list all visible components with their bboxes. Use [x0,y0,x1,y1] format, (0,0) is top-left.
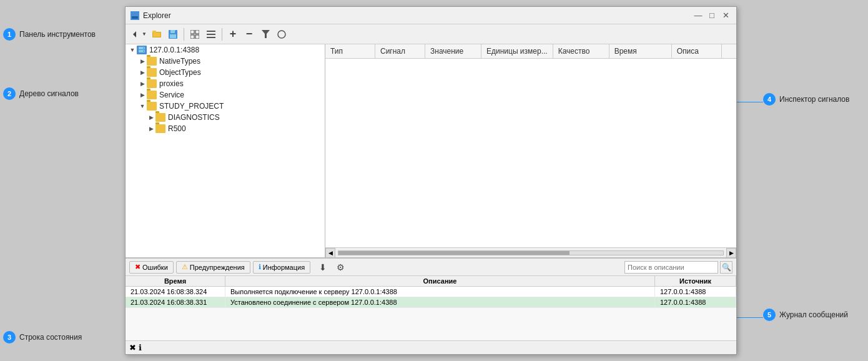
col-header-quality: Качество [553,44,609,58]
tree-toggle-service[interactable]: ▶ [138,91,147,99]
col-header-time: Время [609,44,672,58]
error-icon: ✖ [135,263,141,271]
window-title: Explorer [143,11,171,20]
svg-rect-4 [152,31,156,32]
main-content: ▼ 127.0.0.1:4388 ▶ NativeTypes [126,44,736,257]
search-input[interactable] [624,261,718,274]
svg-marker-2 [133,31,136,37]
navigate-back-button[interactable] [129,27,141,42]
scrollbar-thumb[interactable] [338,251,570,255]
tab-errors-label: Ошибки [142,264,168,271]
titlebar: Explorer — □ ✕ [126,7,736,24]
log-cell-desc-1: Выполняется подключение к серверу 127.0.… [225,287,655,297]
svg-point-22 [143,51,144,52]
tree-item-r500[interactable]: ▶ R500 [126,123,325,134]
tree-toggle-diagnostics[interactable]: ▶ [147,113,155,122]
status-info-icon[interactable]: ℹ [139,343,142,352]
view-grid-button[interactable] [187,27,202,42]
log-row[interactable]: 21.03.2024 16:08:38.324 Выполняется подк… [126,287,736,297]
col-header-type: Тип [325,44,375,58]
filter-button[interactable] [258,27,273,42]
bottom-toolbar: ✖ Ошибки ⚠ Предупреждения ℹ Информация ⬇… [126,259,736,276]
log-col-src: Источник [655,276,736,286]
maximize-button[interactable]: □ [706,11,718,21]
svg-rect-0 [132,12,138,16]
tree-toggle-root[interactable]: ▼ [128,46,137,54]
tree-label-diagnostics: DIAGNOSTICS [168,113,220,122]
app-icon [131,11,139,20]
tab-info-label: Информация [263,264,305,271]
svg-rect-8 [170,34,176,38]
tree-toggle-nativetypes[interactable]: ▶ [138,57,147,66]
tree-item-nativetypes[interactable]: ▶ NativeTypes [126,56,325,67]
annotation-statusbar: 3 Строка состояния [3,331,82,344]
tab-warnings[interactable]: ⚠ Предупреждения [176,261,250,274]
clear-button[interactable] [274,27,289,42]
svg-point-21 [143,47,144,49]
scroll-left-arrow[interactable]: ◀ [325,248,335,258]
svg-rect-14 [207,31,215,32]
server-icon [137,46,147,54]
tree-item-objecttypes[interactable]: ▶ ObjectTypes [126,67,325,78]
log-cell-time-2: 21.03.2024 16:08:38.331 [126,297,225,307]
table-body[interactable] [325,59,736,247]
tree-panel[interactable]: ▼ 127.0.0.1:4388 ▶ NativeTypes [126,44,325,257]
log-table[interactable]: Время Описание Источник 21.03.2024 16:08… [126,276,736,340]
log-settings-button[interactable]: ⚙ [333,260,348,275]
close-button[interactable]: ✕ [720,11,731,21]
save-button[interactable] [165,27,180,42]
tree-item-proxies[interactable]: ▶ proxies [126,78,325,89]
tree-label-r500: R500 [168,124,186,133]
search-button[interactable]: 🔍 [720,261,732,274]
tree-item-diagnostics[interactable]: ▶ DIAGNOSTICS [126,112,325,123]
log-col-time: Время [126,276,225,286]
svg-rect-9 [175,31,176,33]
log-cell-src-2: 127.0.0.1:4388 [655,297,736,307]
scrollbar-track[interactable] [338,250,724,255]
annotation-tree: 2 Дерево сигналов [3,87,79,100]
add-button[interactable]: + [225,27,240,42]
download-button[interactable]: ⬇ [315,260,330,275]
tab-warnings-label: Предупреждения [190,264,245,271]
tree-toggle-r500[interactable]: ▶ [147,124,155,133]
log-cell-src-1: 127.0.0.1:4388 [655,287,736,297]
folder-icon-diagnostics [155,113,165,122]
tab-errors[interactable]: ✖ Ошибки [129,261,174,274]
tree-toggle-study-project[interactable]: ▼ [138,102,147,111]
log-row[interactable]: 21.03.2024 16:08:38.331 Установлено соед… [126,297,736,308]
open-folder-button[interactable] [149,27,164,42]
tab-info[interactable]: ℹ Информация [253,261,310,274]
toolbar-sep-2 [222,28,222,41]
main-window: Explorer — □ ✕ ▼ [125,6,737,355]
view-list-button[interactable] [204,27,219,42]
navigate-back-group: ▼ [129,27,148,42]
svg-rect-12 [190,35,194,39]
log-cell-time-1: 21.03.2024 16:08:38.324 [126,287,225,297]
status-close-icon[interactable]: ✖ [129,343,136,352]
table-scrollbar[interactable]: ◀ ▶ [325,247,736,257]
scroll-right-arrow[interactable]: ▶ [726,248,736,258]
tree-root[interactable]: ▼ 127.0.0.1:4388 [126,44,325,56]
minimize-button[interactable]: — [693,11,704,21]
warning-icon: ⚠ [182,263,188,271]
folder-icon-r500 [155,124,165,133]
remove-button[interactable]: − [242,27,257,42]
tree-item-study-project[interactable]: ▼ STUDY_PROJECT [126,101,325,112]
svg-rect-5 [153,32,160,37]
tree-item-service[interactable]: ▶ Service [126,89,325,101]
tree-toggle-objecttypes[interactable]: ▶ [138,68,147,77]
log-cell-desc-2: Установлено соединение с сервером 127.0.… [225,297,655,307]
tree-toggle-proxies[interactable]: ▶ [138,79,147,88]
annotation-line-inspector [737,102,763,102]
annotation-toolbar: 1 Панель инструментов [3,28,96,41]
svg-rect-1 [132,16,138,19]
svg-rect-15 [207,34,215,35]
navigate-dropdown-button[interactable]: ▼ [141,27,148,42]
svg-rect-7 [170,30,175,33]
col-header-units: Единицы измер... [481,44,553,58]
titlebar-controls: — □ ✕ [693,11,731,21]
tree-label-service: Service [159,91,184,99]
col-header-desc: Описа [672,44,722,58]
tree-label-nativetypes: NativeTypes [159,57,200,66]
table-header: Тип Сигнал Значение Единицы измер... Кач… [325,44,736,59]
